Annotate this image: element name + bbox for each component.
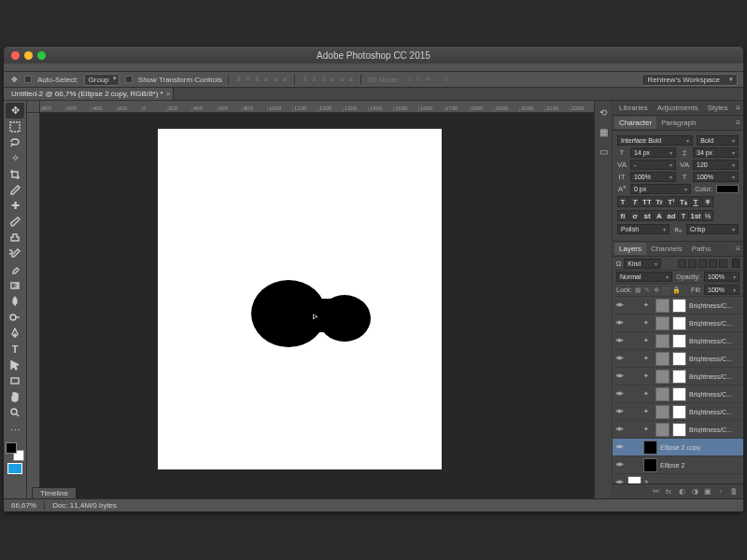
visibility-toggle[interactable] [614, 389, 625, 399]
tab-libraries[interactable]: Libraries [614, 102, 653, 114]
history-panel-icon[interactable]: ⟲ [598, 106, 610, 119]
link-layers-icon[interactable]: ⚯ [651, 487, 660, 496]
layer-name[interactable]: Brightness/C... [689, 320, 741, 327]
document-canvas[interactable]: ▹ [158, 129, 442, 469]
eyedropper-tool[interactable] [6, 182, 24, 198]
tab-adjustments[interactable]: Adjustments [653, 102, 703, 114]
visibility-toggle[interactable] [614, 301, 625, 311]
antialiasing-dropdown[interactable]: Crisp [686, 224, 739, 234]
font-size-field[interactable]: 14 px [630, 147, 676, 158]
layer-name[interactable]: Brightness/C... [689, 302, 741, 309]
workspace-switcher[interactable]: Rehtrew's Workspace [641, 74, 738, 86]
layer-row[interactable]: ✦Brightness/C... [613, 350, 743, 368]
align-buttons[interactable]: ⫴⫴⫴≡≡≡ [234, 75, 289, 84]
tab-styles[interactable]: Styles [703, 102, 733, 114]
filter-toggle[interactable] [732, 259, 740, 268]
leading-field[interactable]: 34 px [693, 147, 739, 158]
visibility-toggle[interactable] [614, 371, 625, 382]
visibility-toggle[interactable] [614, 460, 625, 470]
layer-row[interactable]: ✦Brightness/C... [613, 403, 743, 421]
baseline-field[interactable]: 0 px [630, 184, 691, 194]
new-layer-icon[interactable]: ▫ [716, 487, 726, 496]
pen-tool[interactable] [6, 325, 24, 341]
horizontal-ruler[interactable]: 8006004002000200400600800100011001200130… [40, 101, 594, 113]
show-transform-checkbox[interactable] [125, 76, 133, 83]
visibility-toggle[interactable] [614, 336, 625, 346]
tab-paragraph[interactable]: Paragraph [656, 117, 700, 129]
minimize-window-button[interactable] [24, 51, 33, 60]
layer-row[interactable]: 3 [613, 474, 743, 483]
layer-list[interactable]: ✦Brightness/C...✦Brightness/C...✦Brightn… [613, 297, 743, 483]
font-style-dropdown[interactable]: Bold [697, 135, 739, 146]
tab-channels[interactable]: Channels [646, 243, 687, 255]
quick-mask-button[interactable] [7, 463, 22, 474]
document-info[interactable]: Doc: 11,4M/0 bytes [45, 501, 124, 510]
layer-row[interactable]: ✦Brightness/C... [613, 297, 743, 315]
eraser-tool[interactable] [6, 261, 24, 277]
tab-layers[interactable]: Layers [614, 243, 646, 255]
layer-row[interactable]: Ellipse 2 copy [613, 439, 743, 456]
tracking-field[interactable]: 120 [693, 160, 739, 170]
panel-menu-icon[interactable]: ≡ [736, 119, 740, 127]
path-selection-tool[interactable] [6, 357, 24, 372]
layer-name[interactable]: Brightness/C... [689, 427, 741, 433]
auto-select-mode-dropdown[interactable]: Group [84, 74, 120, 86]
edit-toolbar-button[interactable]: ⋯ [6, 423, 24, 439]
ruler-origin[interactable] [27, 101, 40, 113]
layer-name[interactable]: Brightness/C... [689, 356, 741, 362]
layer-name[interactable]: Brightness/C... [689, 409, 741, 415]
delete-layer-icon[interactable]: 🗑 [729, 487, 739, 496]
brush-tool[interactable] [6, 214, 24, 230]
layer-name[interactable]: Ellipse 2 [660, 462, 741, 469]
timeline-panel-tab[interactable]: Timeline [32, 487, 77, 498]
blend-mode-dropdown[interactable]: Normal [616, 272, 672, 282]
opentype-buttons[interactable]: fiσstAadT1st½ [617, 210, 739, 221]
lock-buttons[interactable]: ▦✎✥⬚🔒 [635, 287, 680, 294]
adjustment-layer-icon[interactable]: ◑ [690, 487, 699, 496]
swatches-panel-icon[interactable]: ▦ [598, 126, 610, 138]
layer-row[interactable]: ✦Brightness/C... [613, 315, 743, 332]
tab-paths[interactable]: Paths [687, 243, 715, 255]
type-style-buttons[interactable]: TTTTTrT¹T₁TT [617, 196, 739, 207]
marquee-tool[interactable] [6, 119, 24, 134]
zoom-tool[interactable] [6, 404, 24, 420]
layer-name[interactable]: Brightness/C... [689, 391, 741, 398]
distribute-buttons[interactable]: ⫴⫴⫴≡≡≡ [301, 75, 355, 84]
text-color-swatch[interactable] [716, 185, 739, 193]
vertical-ruler[interactable] [27, 113, 40, 498]
crop-tool[interactable] [6, 166, 24, 182]
layer-row[interactable]: ✦Brightness/C... [613, 332, 743, 350]
layer-row[interactable]: ✦Brightness/C... [613, 385, 743, 403]
type-tool[interactable]: T [6, 341, 24, 357]
layer-mask-icon[interactable]: ◐ [677, 487, 686, 496]
layer-row[interactable]: ✦Brightness/C... [613, 368, 743, 385]
visibility-toggle[interactable] [614, 407, 625, 417]
visibility-toggle[interactable] [614, 354, 625, 364]
blur-tool[interactable] [6, 293, 24, 309]
panel-menu-icon[interactable]: ≡ [736, 245, 740, 253]
font-family-dropdown[interactable]: Interface Bold [617, 135, 693, 146]
properties-panel-icon[interactable]: ▭ [598, 146, 610, 158]
document-tab[interactable]: Untitled-2 @ 66,7% (Ellipse 2 copy, RGB/… [4, 88, 174, 100]
rectangle-tool[interactable] [6, 372, 24, 388]
move-tool[interactable]: ✥ [6, 103, 24, 119]
magic-wand-tool[interactable]: ✧ [6, 150, 24, 166]
healing-brush-tool[interactable]: ✚ [6, 198, 24, 214]
layer-row[interactable]: ✦Brightness/C... [613, 421, 743, 439]
clone-stamp-tool[interactable] [6, 230, 24, 245]
layer-row[interactable]: Ellipse 2 [613, 456, 743, 474]
new-group-icon[interactable]: ▣ [703, 487, 712, 496]
close-window-button[interactable] [11, 51, 20, 60]
layer-style-icon[interactable]: fx [664, 487, 673, 496]
gradient-tool[interactable] [6, 277, 24, 293]
visibility-toggle[interactable] [614, 318, 625, 329]
dodge-tool[interactable] [6, 309, 24, 325]
layer-name[interactable]: Ellipse 2 copy [660, 444, 741, 451]
lasso-tool[interactable] [6, 134, 24, 150]
auto-select-checkbox[interactable] [24, 76, 32, 83]
tab-character[interactable]: Character [614, 117, 656, 129]
visibility-toggle[interactable] [614, 425, 625, 435]
opacity-field[interactable]: 100% [704, 272, 740, 282]
menu-bar[interactable] [4, 63, 743, 72]
layer-name[interactable]: Brightness/C... [689, 338, 741, 344]
